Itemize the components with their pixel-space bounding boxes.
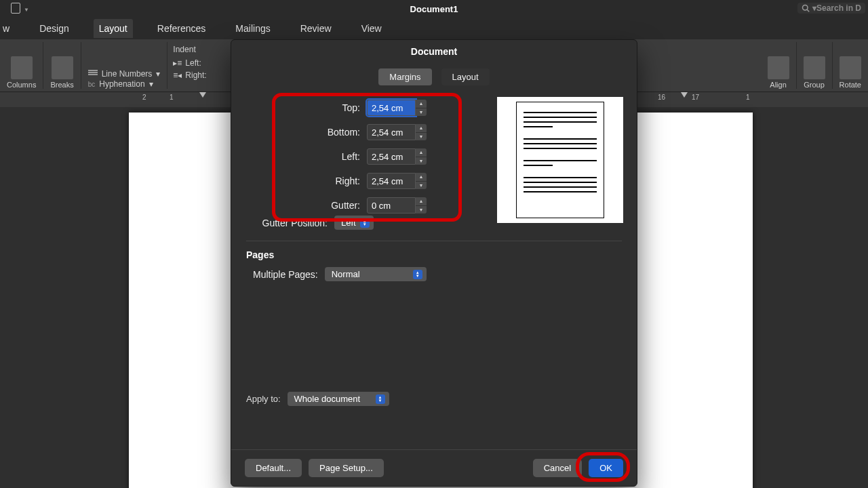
- ribbon-group-group: Group: [797, 42, 833, 89]
- apply-to-label: Apply to:: [246, 394, 281, 404]
- tab-margins[interactable]: Margins: [378, 68, 431, 85]
- margin-top-stepper[interactable]: ▲▼: [416, 100, 427, 116]
- margin-left-label: Left:: [279, 151, 367, 162]
- chevron-up-icon[interactable]: ▲: [416, 197, 427, 206]
- dialog-footer: Default... Page Setup... Cancel OK: [231, 449, 637, 486]
- document-icon: [11, 3, 20, 14]
- margin-preview: [497, 97, 623, 223]
- chevron-down-icon[interactable]: ▼: [416, 182, 427, 190]
- ribbon-rotate-group: Rotate: [833, 42, 868, 89]
- page-setup-button[interactable]: Page Setup...: [309, 459, 384, 477]
- titlebar: ▼ Document1 ▾ Search in D: [0, 0, 868, 18]
- cancel-button[interactable]: Cancel: [533, 459, 582, 477]
- line-numbers-icon: [88, 70, 98, 78]
- dialog-tabs: Margins Layout: [246, 68, 622, 85]
- search-placeholder: Search in D: [816, 3, 861, 13]
- select-arrows-icon: ▲▼: [376, 394, 385, 404]
- breaks-label: Breaks: [50, 81, 73, 89]
- ruler-mark: 1: [746, 94, 750, 101]
- margin-top-label: Top:: [279, 102, 367, 113]
- ruler-mark: 16: [658, 94, 665, 101]
- margin-gutter-input[interactable]: [367, 197, 416, 214]
- group-icon[interactable]: [804, 56, 825, 79]
- ribbon-columns-group: Columns: [0, 42, 43, 89]
- margin-bottom-input[interactable]: [367, 124, 416, 140]
- chevron-up-icon[interactable]: ▲: [416, 124, 427, 133]
- chevron-up-icon[interactable]: ▲: [416, 100, 427, 108]
- rotate-label: Rotate: [840, 81, 861, 89]
- margin-right-stepper[interactable]: ▲▼: [416, 173, 427, 189]
- hyphenation-label: Hyphenation: [99, 79, 144, 89]
- ribbon-align-group: Align: [761, 42, 797, 89]
- margin-gutter-stepper[interactable]: ▲▼: [416, 197, 427, 214]
- tab-view[interactable]: View: [356, 19, 387, 38]
- margin-left-input[interactable]: [367, 148, 416, 165]
- line-numbers-label: Line Numbers: [102, 69, 153, 79]
- indent-left-label: Left:: [185, 58, 201, 68]
- indent-right-row[interactable]: ≡◂Right:: [173, 70, 206, 80]
- multiple-pages-value: Normal: [332, 269, 360, 279]
- tab-dialog-layout[interactable]: Layout: [441, 68, 490, 85]
- tab-layout[interactable]: Layout: [94, 19, 133, 38]
- ruler-mark: 2: [142, 94, 146, 101]
- ruler-caret-icon[interactable]: [681, 92, 688, 98]
- margin-right-label: Right:: [279, 176, 367, 186]
- indent-right-label: Right:: [185, 70, 206, 80]
- separator: [246, 241, 622, 241]
- chevron-down-icon[interactable]: ▼: [416, 108, 427, 117]
- align-icon[interactable]: [768, 56, 789, 79]
- svg-point-0: [802, 5, 808, 11]
- margins-fields: Top: ▲▼ Bottom: ▲▼ Left: ▲▼ Right: ▲▼ Gu…: [279, 98, 427, 220]
- indent-left-row[interactable]: ▸≡Left:: [173, 58, 206, 68]
- margin-right-input[interactable]: [367, 173, 416, 189]
- select-arrows-icon: ▲▼: [413, 270, 422, 279]
- align-label: Align: [770, 81, 786, 89]
- chevron-down-icon[interactable]: ▼: [416, 133, 427, 141]
- hyphenation-icon: bc: [88, 81, 96, 88]
- ribbon-tabs: w Design Layout References Mailings Revi…: [0, 18, 868, 39]
- columns-icon[interactable]: [11, 56, 33, 79]
- tab-review[interactable]: Review: [295, 19, 337, 38]
- ruler-caret-icon[interactable]: [199, 92, 206, 98]
- ribbon-line-hyphen-group: Line Numbers ▾ bc Hyphenation ▾: [81, 42, 167, 89]
- search-icon: [802, 4, 810, 12]
- indent-right-icon: ≡◂: [173, 70, 181, 80]
- tab-mailings[interactable]: Mailings: [230, 19, 275, 38]
- multiple-pages-label: Multiple Pages:: [253, 269, 318, 280]
- ruler-mark: 1: [170, 94, 174, 101]
- chevron-up-icon[interactable]: ▲: [416, 173, 427, 182]
- search-box[interactable]: ▾ Search in D: [797, 3, 865, 14]
- margin-gutter-label: Gutter:: [279, 200, 367, 211]
- margin-bottom-stepper[interactable]: ▲▼: [416, 124, 427, 140]
- chevron-down-icon[interactable]: ▼: [416, 206, 427, 214]
- group-label: Group: [804, 81, 825, 89]
- default-button[interactable]: Default...: [245, 459, 302, 477]
- pages-header: Pages: [246, 249, 622, 260]
- ruler-mark: 17: [692, 94, 699, 101]
- tab-references[interactable]: References: [152, 19, 212, 38]
- document-dialog: Document Margins Layout Top: ▲▼ Bottom: …: [231, 39, 637, 487]
- ok-button[interactable]: OK: [589, 459, 623, 477]
- rotate-icon[interactable]: [840, 56, 861, 79]
- ribbon-breaks-group: Breaks: [43, 42, 81, 89]
- chevron-down-icon[interactable]: ▼: [416, 157, 427, 165]
- ribbon-indent-group: Indent ▸≡Left: ≡◂Right:: [167, 42, 212, 89]
- svg-line-1: [807, 9, 809, 12]
- tab-design[interactable]: Design: [34, 19, 75, 38]
- hyphenation-button[interactable]: bc Hyphenation ▾: [88, 79, 161, 89]
- margin-top-input[interactable]: [367, 100, 416, 116]
- line-numbers-button[interactable]: Line Numbers ▾: [88, 69, 161, 79]
- multiple-pages-select[interactable]: Normal ▲▼: [325, 267, 427, 281]
- columns-label: Columns: [7, 81, 36, 89]
- margin-bottom-label: Bottom:: [279, 127, 367, 138]
- titlebar-dropdown-icon[interactable]: ▼: [24, 7, 29, 13]
- margin-left-stepper[interactable]: ▲▼: [416, 148, 427, 165]
- indent-left-icon: ▸≡: [173, 58, 181, 68]
- document-title: Document1: [410, 4, 458, 14]
- chevron-up-icon[interactable]: ▲: [416, 148, 427, 157]
- tab-partial[interactable]: w: [0, 19, 15, 38]
- apply-to-select[interactable]: Whole document ▲▼: [288, 392, 389, 406]
- breaks-icon[interactable]: [52, 56, 73, 79]
- dialog-title: Document: [231, 40, 637, 63]
- apply-to-value: Whole document: [294, 394, 361, 404]
